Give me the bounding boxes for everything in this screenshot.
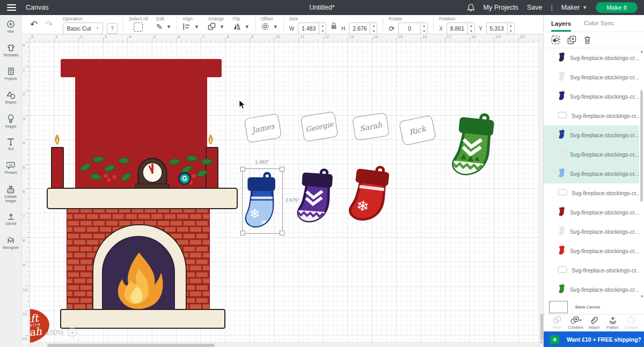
menu-icon[interactable] [7, 4, 16, 11]
save-link[interactable]: Save [527, 4, 543, 11]
operation-dropdown[interactable]: Basic Cut▼ [63, 23, 104, 34]
flatten-button[interactable]: Flatten [604, 316, 622, 331]
tab-color-sync[interactable]: Color Sync [584, 20, 614, 27]
sidebar-item-images[interactable]: Images [0, 109, 21, 133]
my-projects-link[interactable]: My Projects [484, 4, 518, 11]
rotate-stepper[interactable]: ▲▼ [420, 23, 427, 34]
name-tag-james[interactable]: James [244, 113, 282, 143]
canvas-h-scrollbar[interactable]: ◀ [21, 342, 539, 347]
scroll-up-icon[interactable]: ▲ [640, 49, 644, 53]
stocking-purple[interactable] [296, 166, 338, 228]
fire-flame[interactable] [110, 250, 168, 310]
chevron-down-icon[interactable]: ▼ [219, 24, 224, 29]
stocking-green[interactable] [450, 109, 500, 182]
undo-icon[interactable]: ↶ [30, 19, 38, 30]
sidebar-item-projects[interactable]: Projects [0, 62, 21, 86]
lock-icon[interactable] [330, 23, 338, 34]
slice-button[interactable]: Slice [548, 316, 566, 331]
y-input[interactable]: 5.313 ▲▼ [486, 23, 515, 34]
selection-bounding-box[interactable] [242, 168, 283, 234]
scroll-down-icon[interactable]: ▼ [539, 341, 543, 344]
rotate-icon[interactable]: ⟳ [389, 25, 394, 33]
scroll-down-icon[interactable]: ▼ [640, 294, 644, 298]
height-input[interactable]: 2.676 ▲▼ [349, 23, 377, 34]
offset-icon[interactable] [261, 23, 269, 31]
grammarly-icon[interactable]: G [178, 172, 191, 185]
layer-row[interactable]: Svg-fireplace-stockings-cr... [544, 106, 639, 125]
name-tag-sarah[interactable]: Sarah [352, 113, 390, 141]
edit-label[interactable]: Edit [156, 16, 171, 21]
selection-handle[interactable] [280, 167, 284, 172]
h-scroll-thumb[interactable] [47, 344, 215, 347]
combine-button[interactable]: Combine [567, 316, 585, 331]
select-all-label[interactable]: Select All [129, 16, 148, 21]
tab-layers[interactable]: Layers [551, 20, 571, 32]
select-layers-icon[interactable] [551, 35, 560, 45]
selection-handle[interactable] [280, 231, 284, 235]
width-input[interactable]: 1.483 ▲▼ [298, 23, 326, 34]
candle-left[interactable] [51, 147, 64, 190]
arrange-label[interactable]: Arrange [208, 16, 224, 21]
layer-row[interactable]: Svg-fireplace-stockings-cr... [544, 222, 639, 241]
candle-flame-icon[interactable] [53, 132, 61, 148]
layer-row[interactable]: Svg-fireplace-stockings-cr... [544, 241, 639, 261]
sidebar-item-new[interactable]: New [0, 15, 21, 39]
canvas-stage[interactable]: G [30, 42, 539, 347]
panel-scroll-thumb[interactable] [640, 90, 643, 202]
height-stepper[interactable]: ▲▼ [370, 23, 377, 34]
make-it-button[interactable]: Make It [596, 2, 638, 13]
rotate-input[interactable]: 0 ▲▼ [398, 23, 428, 34]
name-tag-georgie[interactable]: Georgie [301, 111, 339, 142]
panel-scrollbar[interactable]: ▲ ▼ [640, 48, 644, 299]
sidebar-item-monogram[interactable]: Monogram [0, 231, 21, 255]
layer-row[interactable]: Svg-fireplace-stockings-cr... [544, 164, 639, 183]
redo-icon[interactable]: ↷ [45, 19, 53, 30]
attach-button[interactable]: Attach [585, 316, 603, 331]
layer-row[interactable]: Svg-fireplace-stockings-cr... [544, 261, 639, 280]
sidebar-item-shapes[interactable]: Shapes [0, 86, 21, 109]
arrange-icon[interactable] [208, 23, 216, 31]
sidebar-item-phrases[interactable]: Phrases [0, 157, 21, 180]
promo-banner[interactable]: a Want £10 + FREE shipping? [544, 331, 644, 347]
v-scroll-thumb[interactable] [540, 314, 543, 341]
zoom-in-button[interactable]: + [68, 328, 77, 337]
selection-handle[interactable] [240, 167, 245, 172]
sidebar-item-templates[interactable]: Templates [0, 39, 21, 62]
select-all-icon[interactable] [134, 23, 143, 32]
align-icon[interactable] [182, 23, 191, 31]
sidebar-item-text[interactable]: Text [0, 133, 21, 157]
duplicate-icon[interactable] [567, 35, 576, 45]
name-tag-rick[interactable]: Rick [399, 115, 436, 146]
flip-label[interactable]: Flip [233, 16, 250, 21]
chevron-down-icon[interactable]: ▼ [166, 24, 171, 29]
layer-row[interactable]: Svg-fireplace-stockings-cr... [544, 87, 639, 106]
width-stepper[interactable]: ▲▼ [319, 23, 326, 34]
mantel-shelf[interactable] [47, 188, 238, 209]
layer-row[interactable]: Svg-fireplace-stockings-cr... [544, 280, 639, 299]
fireplace-hearth[interactable] [60, 309, 225, 329]
layer-row[interactable]: Svg-fireplace-stockings-cr... [544, 145, 639, 164]
contour-button[interactable]: Contour [622, 316, 640, 331]
x-stepper[interactable]: ▲▼ [467, 23, 474, 34]
fireplace-chimney-cap[interactable] [61, 59, 222, 77]
layer-row[interactable]: Svg-fireplace-stockings-cr... [544, 183, 639, 203]
layer-row[interactable]: Svg-fireplace-stockings-cr... [544, 125, 639, 145]
layer-row[interactable]: Svg-fireplace-stockings-cr... [544, 48, 639, 68]
x-input[interactable]: 8.861 ▲▼ [447, 23, 475, 34]
machine-selector[interactable]: Maker ▼ [561, 4, 588, 11]
chevron-down-icon[interactable]: ▼ [273, 24, 278, 29]
delete-icon[interactable] [583, 35, 591, 45]
pencil-icon[interactable]: ✎ [156, 23, 163, 31]
y-stepper[interactable]: ▲▼ [507, 23, 514, 34]
chevron-down-icon[interactable]: ▼ [194, 24, 199, 29]
chevron-down-icon[interactable]: ▼ [245, 24, 250, 29]
sidebar-item-upload[interactable]: Upload [0, 208, 21, 231]
flip-icon[interactable] [233, 23, 241, 31]
selection-handle[interactable] [240, 231, 245, 235]
candle-flame-icon[interactable] [207, 132, 215, 148]
help-button[interactable]: ? [107, 23, 118, 34]
stocking-red[interactable]: ❄ [347, 162, 394, 227]
sidebar-item-editable-images[interactable]: Editable Images [0, 180, 21, 208]
layer-row[interactable]: Svg-fireplace-stockings-cr... [544, 203, 639, 222]
align-label[interactable]: Align [182, 16, 199, 21]
